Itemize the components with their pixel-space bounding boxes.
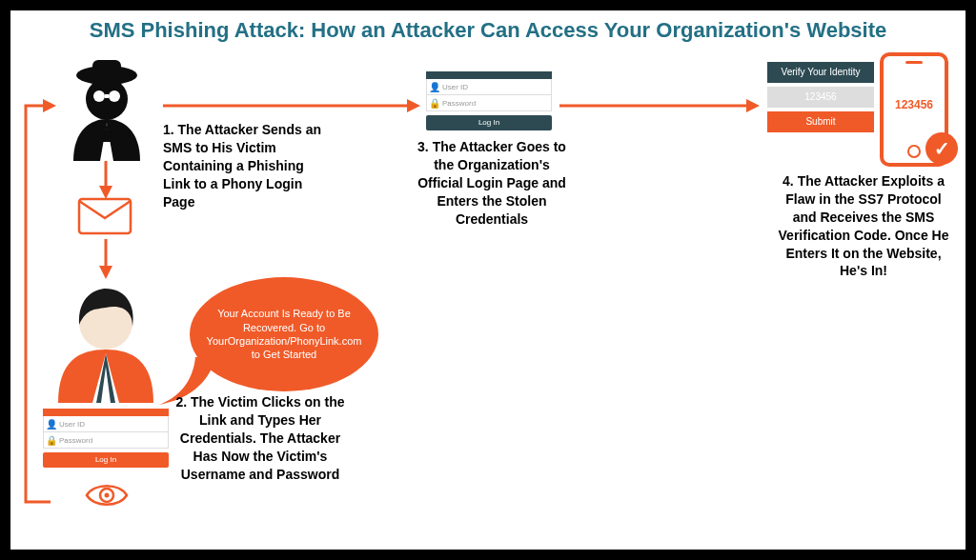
svg-marker-9 [746, 99, 760, 112]
sms-speech-bubble: Your Account Is Ready to Be Recovered. G… [190, 277, 378, 391]
svg-point-2 [86, 78, 128, 120]
page-title: SMS Phishing Attack: How an Attacker Can… [10, 18, 966, 43]
arrow-login-to-verify [559, 96, 760, 115]
password-field-label: Password [442, 99, 476, 108]
step-2-text: 2. The Victim Clicks on the Link and Typ… [174, 393, 346, 483]
login-button: Log In [43, 452, 169, 468]
phone-sms-code: 123456 [884, 98, 945, 111]
login-button: Log In [426, 115, 552, 130]
attacker-icon [54, 56, 159, 161]
password-field-label: Password [59, 436, 92, 445]
verify-code-input: 123456 [767, 87, 874, 108]
svg-point-3 [93, 90, 105, 102]
step-3-text: 3. The Attacker Goes to the Organization… [411, 138, 573, 228]
svg-rect-1 [92, 60, 121, 77]
login-form-official: 👤User ID 🔒Password Log In [426, 71, 552, 130]
step-1-text: 1. The Attacker Sends an SMS to His Vict… [163, 121, 335, 210]
arrow-envelope-to-victim [96, 239, 115, 279]
user-field-label: User ID [59, 420, 85, 429]
svg-marker-7 [407, 99, 420, 112]
step-4-text: 4. The Attacker Exploits a Flaw in the S… [773, 172, 954, 280]
verify-header: Verify Your Identity [767, 62, 874, 83]
arrow-victim-to-attacker [12, 96, 60, 506]
sms-bubble-text: Your Account Is Ready to Be Recovered. G… [203, 307, 365, 361]
envelope-icon [77, 197, 132, 235]
arrow-attacker-to-envelope [96, 161, 115, 199]
arrow-attacker-to-login [163, 96, 420, 115]
user-icon: 👤 [427, 82, 442, 92]
lock-icon: 🔒 [427, 98, 442, 109]
verify-panel: Verify Your Identity 123456 Submit [767, 62, 874, 136]
svg-point-4 [109, 90, 120, 102]
svg-point-17 [105, 493, 110, 498]
svg-marker-14 [99, 266, 112, 279]
svg-marker-18 [43, 99, 56, 112]
victim-icon [49, 279, 163, 403]
user-field-label: User ID [442, 83, 468, 91]
svg-rect-5 [105, 94, 109, 98]
eye-icon [85, 481, 129, 510]
verify-submit-button: Submit [767, 111, 874, 132]
diagram-frame: SMS Phishing Attack: How an Attacker Can… [10, 10, 966, 550]
login-form-phony: 👤User ID 🔒Password Log In [43, 409, 169, 468]
check-badge-icon: ✓ [925, 132, 958, 165]
svg-rect-12 [79, 199, 131, 233]
